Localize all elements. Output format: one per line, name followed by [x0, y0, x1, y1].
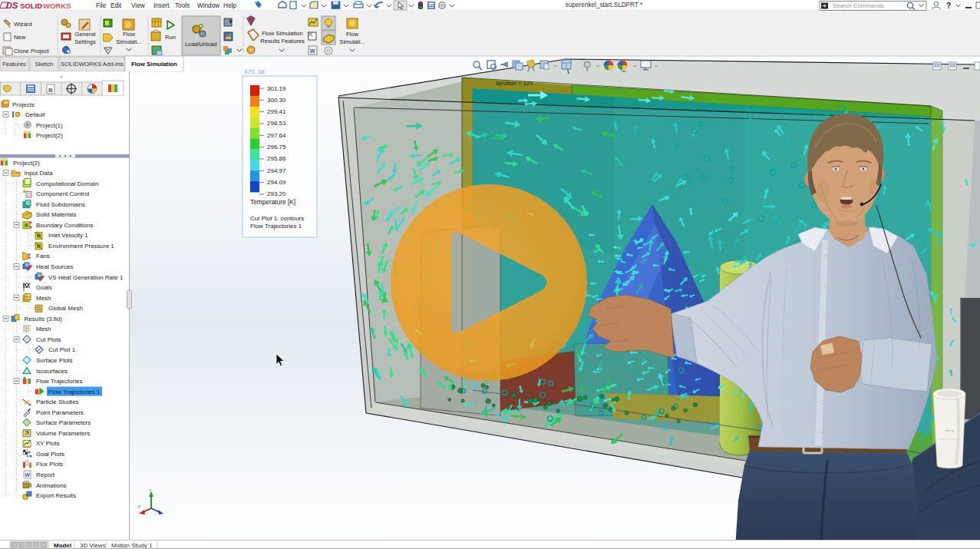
- svg-text:Cut Plot 1: contours: Cut Plot 1: contours: [250, 215, 304, 222]
- svg-text:New: New: [14, 34, 26, 41]
- svg-text:Isosurfaces: Isosurfaces: [36, 368, 68, 375]
- svg-text:?: ?: [946, 2, 951, 10]
- svg-text:Flow Simulation: Flow Simulation: [131, 61, 177, 68]
- svg-text:Boundary Conditions: Boundary Conditions: [36, 222, 93, 229]
- svg-text:470, 38: 470, 38: [244, 68, 265, 75]
- svg-text:Flow Trajectories 1: Flow Trajectories 1: [250, 223, 302, 230]
- svg-text:Projects: Projects: [12, 101, 35, 108]
- svg-text:294.97: 294.97: [267, 167, 286, 174]
- svg-text:Cut Plots: Cut Plots: [36, 336, 61, 343]
- svg-text:Export Results: Export Results: [36, 492, 76, 499]
- svg-text:Flux Plots: Flux Plots: [36, 461, 63, 468]
- svg-text:Animations: Animations: [36, 482, 67, 489]
- svg-text:Model: Model: [54, 542, 71, 549]
- svg-text:Goals: Goals: [36, 284, 52, 291]
- svg-text:Flow: Flow: [346, 31, 359, 38]
- svg-text:Heat Sources: Heat Sources: [36, 263, 73, 270]
- svg-text:295.86: 295.86: [267, 155, 286, 162]
- svg-text:Mesh: Mesh: [36, 295, 51, 302]
- svg-text:Computational Domain: Computational Domain: [36, 180, 98, 187]
- svg-text:Input Data: Input Data: [25, 170, 53, 177]
- svg-text:Motion Study 1: Motion Study 1: [111, 542, 153, 549]
- svg-text:298.53: 298.53: [267, 120, 286, 127]
- svg-text:Features: Features: [2, 61, 26, 68]
- svg-text:297.64: 297.64: [267, 132, 286, 139]
- svg-text:Load/Unload: Load/Unload: [185, 41, 216, 48]
- svg-text:Point Parameters: Point Parameters: [36, 409, 84, 416]
- svg-text:Simulati...: Simulati...: [339, 38, 365, 45]
- svg-text:Cut Plot 1: Cut Plot 1: [48, 346, 76, 353]
- svg-text:Inlet Velocity 1: Inlet Velocity 1: [48, 232, 88, 239]
- svg-text:Mesh: Mesh: [36, 326, 51, 332]
- svg-text:Goal Plots: Goal Plots: [36, 451, 64, 458]
- svg-text:Project(1): Project(1): [36, 122, 63, 129]
- svg-text:Insert: Insert: [153, 2, 170, 9]
- svg-text:File: File: [96, 2, 107, 9]
- svg-text:Default: Default: [25, 111, 45, 118]
- svg-text:WORKS: WORKS: [43, 2, 71, 10]
- svg-text:Search Commands: Search Commands: [833, 2, 884, 9]
- svg-text:Fans: Fans: [36, 253, 50, 260]
- svg-text:Iteration = 129: Iteration = 129: [496, 80, 533, 87]
- svg-text:Sketch: Sketch: [35, 61, 54, 68]
- svg-text:W: W: [25, 472, 30, 478]
- svg-text:Window: Window: [197, 2, 219, 9]
- svg-text:Tools: Tools: [175, 2, 190, 9]
- svg-text:x: x: [138, 504, 140, 508]
- svg-text:SOLIDWORKS Add-Ins: SOLIDWORKS Add-Ins: [61, 61, 124, 68]
- svg-text:View: View: [131, 2, 145, 9]
- svg-text:Surface Parameters: Surface Parameters: [36, 419, 91, 426]
- svg-text:Project(2): Project(2): [36, 132, 63, 139]
- svg-text:Y: Y: [149, 488, 152, 493]
- svg-text:XY Plots: XY Plots: [36, 440, 60, 447]
- svg-text:Project(2): Project(2): [13, 160, 40, 167]
- svg-text:Flow: Flow: [123, 31, 136, 38]
- svg-text:General: General: [74, 31, 95, 38]
- svg-text:Settings: Settings: [74, 38, 96, 45]
- svg-text:W: W: [310, 48, 315, 54]
- svg-text:energi: energi: [945, 428, 954, 432]
- svg-text:B: B: [48, 87, 53, 94]
- svg-text:Volume Parameters: Volume Parameters: [36, 430, 90, 437]
- svg-text:Wizard: Wizard: [14, 21, 32, 28]
- svg-text:Report: Report: [36, 471, 55, 478]
- svg-text:Fluid Subdomains: Fluid Subdomains: [36, 201, 85, 208]
- svg-text:Help: Help: [223, 2, 236, 9]
- svg-text:293.20: 293.20: [267, 190, 286, 197]
- svg-text:300.30: 300.30: [267, 97, 286, 104]
- svg-text:Edit: Edit: [111, 2, 122, 9]
- svg-text:Results Features: Results Features: [260, 38, 305, 45]
- svg-text:Particle Studies: Particle Studies: [36, 399, 79, 405]
- svg-text:Flow Trajectories 1: Flow Trajectories 1: [48, 389, 101, 395]
- svg-text:Run: Run: [165, 34, 176, 41]
- svg-text:Temperature [K]: Temperature [K]: [250, 198, 295, 206]
- svg-text:294.09: 294.09: [267, 179, 286, 186]
- svg-text:Component Control: Component Control: [36, 190, 90, 197]
- svg-text:Clone Project: Clone Project: [14, 48, 49, 55]
- svg-text:DS: DS: [6, 1, 18, 10]
- svg-text:VS Heat Generation Rate 1: VS Heat Generation Rate 1: [48, 274, 124, 281]
- svg-text:Flow Simulation: Flow Simulation: [262, 30, 303, 37]
- svg-text:299.41: 299.41: [267, 108, 286, 115]
- svg-text:Surface Plots: Surface Plots: [36, 357, 73, 364]
- svg-text:3D Views: 3D Views: [80, 542, 106, 549]
- svg-text:296.75: 296.75: [267, 144, 286, 150]
- svg-text:SOLID: SOLID: [20, 2, 42, 10]
- svg-text:Simulati...: Simulati...: [116, 38, 141, 45]
- svg-text:Global Mesh: Global Mesh: [48, 305, 83, 312]
- svg-text:301.19: 301.19: [267, 85, 286, 92]
- svg-text:Solid Materials: Solid Materials: [36, 211, 76, 218]
- svg-text:superenkel_start.SLDPRT *: superenkel_start.SLDPRT *: [566, 2, 643, 8]
- svg-text:Flow Trajectories: Flow Trajectories: [36, 378, 82, 385]
- svg-text:Environment Pressure 1: Environment Pressure 1: [48, 243, 114, 250]
- svg-text:Results (3.fld): Results (3.fld): [25, 316, 63, 322]
